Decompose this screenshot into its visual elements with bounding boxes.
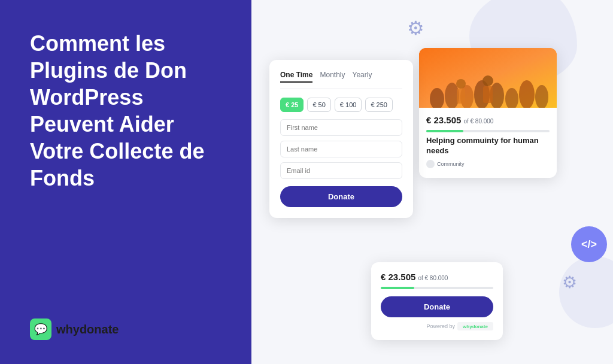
- amount-btn-100[interactable]: € 100: [335, 98, 362, 112]
- powered-by: Powered by whydonate: [381, 322, 493, 330]
- donate-button[interactable]: Donate: [280, 186, 402, 207]
- bottom-progress-fill: [381, 287, 414, 289]
- badge-dot: [426, 160, 435, 168]
- badge-label: Community: [437, 161, 465, 167]
- bottom-progress-bar: [381, 287, 493, 289]
- tab-monthly[interactable]: Monthly: [320, 71, 345, 83]
- donation-tabs: One Time Monthly Yearly: [280, 71, 402, 89]
- email-input[interactable]: [280, 162, 402, 179]
- tab-one-time[interactable]: One Time: [280, 71, 312, 83]
- gear-top-icon: ⚙: [407, 17, 424, 40]
- logo-icon: 💬: [30, 318, 51, 340]
- campaign-progress-bar: [426, 130, 550, 132]
- right-section: ⚙ ⚙ </> One Time Monthly Yearly € 25 € 5…: [251, 0, 613, 364]
- powered-brand-logo: whydonate: [457, 322, 493, 330]
- svg-rect-10: [457, 89, 465, 104]
- amount-buttons: € 25 € 50 € 100 € 250: [280, 98, 402, 112]
- first-name-input[interactable]: [280, 119, 402, 136]
- page-title: Comment les Plugins de Don WordPress Peu…: [30, 30, 221, 192]
- campaign-card: € 23.505 of € 80.000 Helping commuinty f…: [419, 48, 557, 178]
- bottom-amount: € 23.505: [381, 272, 415, 282]
- donation-card: One Time Monthly Yearly € 25 € 50 € 100 …: [269, 60, 413, 218]
- campaign-image: [419, 48, 557, 108]
- bottom-donate-button[interactable]: Donate: [381, 296, 493, 317]
- bottom-card: € 23.505 of € 80.000 Donate Powered by w…: [371, 262, 503, 340]
- campaign-badge: Community: [426, 160, 465, 168]
- campaign-body: € 23.505 of € 80.000 Helping commuinty f…: [419, 108, 557, 178]
- svg-point-9: [456, 79, 466, 89]
- code-icon: </>: [571, 226, 607, 262]
- svg-point-7: [519, 80, 535, 108]
- svg-rect-12: [483, 86, 493, 103]
- campaign-of: of € 80.000: [463, 118, 493, 125]
- campaign-title: Helping commuinty for human needs: [426, 136, 550, 156]
- campaign-amount: € 23.505: [426, 115, 461, 125]
- logo-area: 💬 whydonate: [30, 318, 221, 340]
- amount-btn-250[interactable]: € 250: [365, 98, 393, 112]
- tab-yearly[interactable]: Yearly: [353, 71, 372, 83]
- amount-btn-50[interactable]: € 50: [307, 98, 330, 112]
- svg-point-11: [482, 75, 493, 86]
- amount-btn-25[interactable]: € 25: [280, 98, 304, 112]
- left-section: Comment les Plugins de Don WordPress Peu…: [0, 0, 251, 364]
- logo-text: whydonate: [56, 323, 119, 336]
- bottom-of: of € 80.000: [418, 275, 448, 281]
- last-name-input[interactable]: [280, 141, 402, 157]
- blob-bottom-right: [559, 256, 613, 328]
- campaign-progress-fill: [426, 130, 463, 132]
- gear-bottom-icon: ⚙: [562, 272, 577, 292]
- powered-label: Powered by: [426, 323, 455, 329]
